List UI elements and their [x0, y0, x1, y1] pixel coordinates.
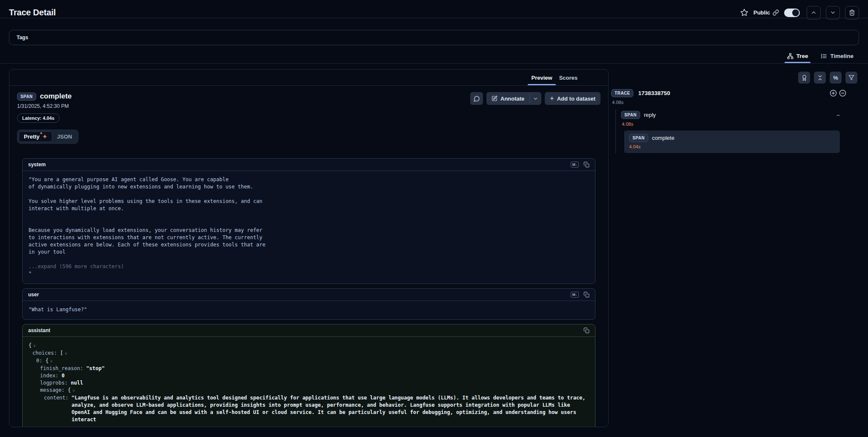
markdown-icon[interactable]: M↓	[571, 292, 579, 298]
tags-label: Tags	[17, 35, 28, 41]
fold-vertical-icon	[817, 75, 823, 81]
json-open-bracket: {	[46, 357, 49, 365]
plus-icon: +	[550, 95, 554, 102]
json-line: finish_reason: "stop"	[29, 365, 589, 372]
trace-detail-page: Trace Detail Public Tags	[0, 0, 868, 427]
timeline-icon	[821, 53, 827, 59]
tab-preview-label: Preview	[531, 75, 552, 81]
format-pretty-label: Pretty	[24, 133, 40, 140]
percent-icon: %	[833, 75, 838, 81]
annotate-button[interactable]: Annotate	[486, 92, 529, 105]
tab-scores[interactable]: Scores	[556, 75, 581, 85]
collapse-all-button[interactable]	[814, 72, 826, 84]
tab-scores-label: Scores	[559, 75, 578, 81]
tree-node-trace[interactable]: TRACE 1738338750	[611, 89, 859, 97]
add-to-dataset-button[interactable]: + Add to dataset	[545, 92, 601, 105]
copy-button[interactable]	[583, 162, 589, 168]
header-divider	[0, 18, 868, 18]
span-type-badge: SPAN	[629, 134, 648, 142]
reply-children: SPAN complete 4.04s	[624, 130, 840, 153]
json-line: choices: [∨	[29, 350, 589, 357]
message-role: user	[28, 292, 39, 298]
chevron-up-icon	[811, 9, 817, 16]
json-open-bracket: {	[29, 342, 32, 349]
json-line: 0: {∨	[29, 357, 589, 365]
copy-icon	[583, 292, 589, 298]
span-type-badge: SPAN	[621, 111, 640, 119]
span-node-name: reply	[644, 112, 656, 118]
copy-button[interactable]	[583, 327, 589, 333]
tags-box[interactable]: Tags	[9, 30, 859, 45]
public-share-group: Public	[753, 9, 779, 16]
copy-button[interactable]	[583, 292, 589, 298]
link-icon[interactable]	[773, 9, 779, 16]
delete-trace-button[interactable]	[845, 6, 859, 20]
sparkles-icon: ✦	[43, 134, 47, 139]
circle-plus-icon	[830, 90, 837, 97]
io-blocks: system M↓ "You are a general purpose AI …	[9, 144, 608, 427]
span-header: SPAN complete 1/31/2025, 4:52:30 PM Late…	[9, 86, 608, 123]
tree-node-complete-selected[interactable]: SPAN complete 4.04s	[625, 130, 840, 153]
tree-toolbar: %	[611, 72, 859, 84]
expand-all-button[interactable]	[830, 90, 837, 97]
page-title: Trace Detail	[9, 8, 56, 17]
percent-duration-button[interactable]: %	[830, 72, 842, 84]
span-node-name: complete	[652, 135, 675, 141]
tab-tree[interactable]: Tree	[786, 49, 809, 63]
span-actions: Annotate + Add to dataset	[470, 92, 601, 105]
span-preview-panel: Preview Scores SPAN complete 1/31/2025, …	[9, 69, 609, 427]
message-role: assistant	[28, 327, 50, 333]
tree-node-reply[interactable]: SPAN reply − 4.08s	[621, 109, 840, 127]
trace-id: 1738338750	[638, 90, 670, 96]
message-role: system	[28, 162, 46, 168]
span-type-badge: SPAN	[17, 93, 36, 101]
chevron-down-icon	[533, 96, 538, 101]
json-collapse-chevron-icon[interactable]: ∨	[65, 350, 67, 357]
public-toggle[interactable]	[784, 9, 800, 17]
message-header-assistant: assistant	[23, 324, 595, 337]
json-line: {∨	[29, 342, 589, 350]
annotate-dropdown-button[interactable]	[530, 92, 541, 105]
collapse-node-icon[interactable]: −	[836, 112, 840, 118]
format-pretty-button[interactable]: Pretty ✦	[19, 131, 52, 142]
span-meta: SPAN complete 1/31/2025, 4:52:30 PM Late…	[17, 92, 72, 123]
add-to-dataset-label: Add to dataset	[557, 96, 595, 102]
message-content-user: "What is Langfuse?"	[23, 301, 595, 319]
json-key: choices:	[32, 350, 60, 357]
span-name: complete	[40, 92, 72, 101]
json-value: "Langfuse is an observability and analyt…	[72, 394, 589, 423]
trace-duration: 4.08s	[611, 100, 859, 105]
tab-timeline[interactable]: Timeline	[820, 49, 854, 63]
collapse-level-button[interactable]	[839, 90, 846, 97]
annotate-split-button: Annotate	[486, 92, 541, 105]
json-key: finish_reason:	[40, 365, 86, 372]
bookmark-star-button[interactable]	[740, 9, 748, 17]
comments-button[interactable]	[470, 92, 483, 105]
scores-toggle-button[interactable]	[798, 72, 810, 84]
tree-icon	[787, 53, 793, 59]
json-collapse-chevron-icon[interactable]: ∨	[72, 387, 75, 394]
json-collapse-chevron-icon[interactable]: ∨	[50, 358, 52, 365]
json-key: 0:	[36, 357, 46, 365]
view-tabs: Tree Timeline	[0, 49, 868, 64]
copy-icon	[583, 162, 589, 168]
trace-tree-sidebar: % TRACE 1738338750 4.	[611, 69, 859, 153]
system-text: "You are a general purpose AI agent call…	[29, 176, 589, 256]
markdown-icon[interactable]: M↓	[571, 162, 579, 168]
json-collapse-chevron-icon[interactable]: ∨	[33, 342, 35, 350]
tab-preview[interactable]: Preview	[528, 75, 555, 85]
json-line: content: "Langfuse is an observability a…	[29, 394, 589, 423]
filter-button[interactable]	[845, 72, 857, 84]
json-key: logprobs:	[40, 379, 71, 387]
trace-children: SPAN reply − 4.08s SPAN complete 4.04s	[615, 109, 840, 153]
latency-badge: Latency: 4.04s	[17, 113, 60, 123]
expand-link[interactable]: ...expand (596 more characters)	[29, 263, 589, 270]
edit-icon	[491, 96, 497, 101]
trash-icon	[849, 9, 855, 16]
json-open-bracket: [	[60, 350, 63, 357]
json-key: content:	[44, 394, 72, 402]
message-content-system: "You are a general purpose AI agent call…	[23, 171, 595, 284]
next-trace-button[interactable]	[826, 6, 840, 20]
prev-trace-button[interactable]	[807, 6, 821, 20]
format-json-button[interactable]: JSON	[52, 132, 77, 142]
